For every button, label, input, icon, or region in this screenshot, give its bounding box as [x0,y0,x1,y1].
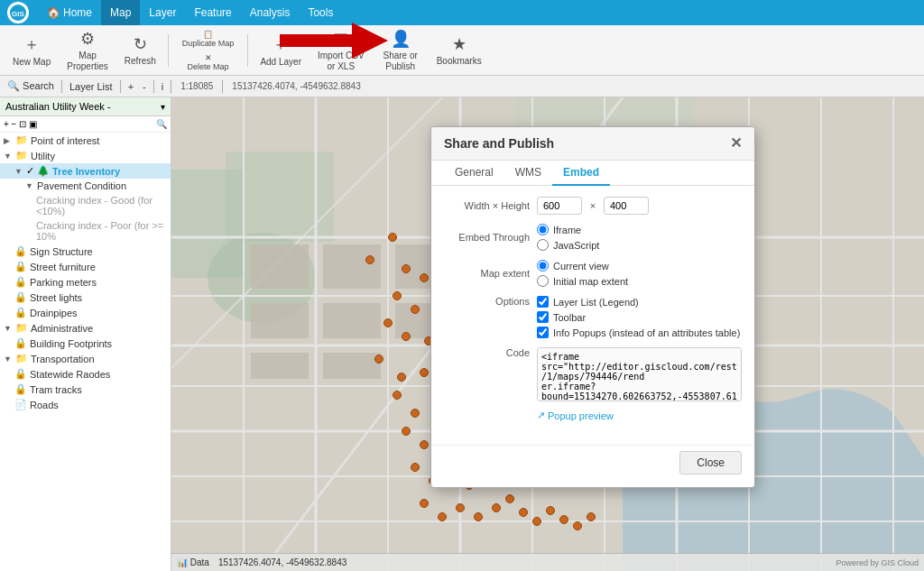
sidebar-item-cracking-good[interactable]: Cracking index - Good (for <10%) [0,193,171,218]
sidebar-item-sign-structure[interactable]: 🔒 Sign Structure [0,244,171,259]
nav-feature[interactable]: Feature [185,0,240,25]
share-publish-icon: 👤 [391,29,411,49]
extent-initial-option[interactable]: Initial map extent [537,275,628,287]
nav-tools[interactable]: Tools [299,0,342,25]
nav-layer[interactable]: Layer [140,0,185,25]
delete-map-button[interactable]: ✕ Delete Map [177,51,240,73]
popup-preview-link[interactable]: ↗ Popup preview [537,410,742,421]
sidebar-item-tram-tracks[interactable]: 🔒 Tram tracks [0,382,171,397]
close-button[interactable]: Close [679,451,742,474]
sidebar-item-street-furniture[interactable]: 🔒 Street furniture [0,259,171,274]
map-area[interactable]: 📊 Data 15137426.4074, -4549632.8843 Powe… [171,97,924,571]
embed-iframe-option[interactable]: Iframe [537,224,599,235]
bookmarks-button[interactable]: ★ Bookmarks [430,29,489,72]
option-layer-list[interactable]: Layer List (Legend) [537,296,740,308]
map-extent-options: Current view Initial map extent [537,260,628,287]
maptool-sep-3 [153,80,154,93]
svg-text:GIS: GIS [12,10,24,18]
zoom-in-button[interactable]: + [125,79,137,94]
refresh-button[interactable]: ↻ Refresh [117,29,163,72]
maptool-sep-5 [222,80,223,93]
sidebar-item-administrative[interactable]: ▼ 📁 Administrative [0,320,171,336]
modal-footer: Close [431,445,754,478]
delete-map-icon: ✕ [205,53,212,62]
refresh-icon: ↻ [134,34,147,54]
bookmarks-icon: ★ [452,34,467,54]
tab-general[interactable]: General [444,161,504,186]
toolbar-separator-2 [247,34,248,67]
sidebar-item-cracking-poor[interactable]: Cracking index - Poor (for >= 10% [0,218,171,244]
width-input[interactable] [537,197,582,215]
topbar: GIS 🏠 Home Map Layer Feature Analysis To… [0,0,924,25]
option-info-popups[interactable]: Info Popups (instead of an attributes ta… [537,327,740,338]
options-row: Options Layer List (Legend) Toolbar Info… [444,296,742,338]
add-layer-button[interactable]: ＋ Add Layer [253,29,309,72]
sidebar-item-point-of-interest[interactable]: ▶ 📁 Point of interest [0,133,171,148]
toolbar-separator-1 [168,34,169,67]
tab-embed[interactable]: Embed [552,161,610,186]
embed-code-textarea[interactable] [537,347,742,401]
sidebar-item-statewide-roads[interactable]: 🔒 Statewide Raodes [0,366,171,382]
search-button[interactable]: 🔍 Search [4,78,58,94]
options-checkboxes: Layer List (Legend) Toolbar Info Popups … [537,296,740,338]
sidebar-item-drainpipes[interactable]: 🔒 Drainpipes [0,305,171,320]
nav-map[interactable]: Map [101,0,140,25]
sidebar-item-roads[interactable]: 📄 Roads [0,397,171,412]
main-area: Australian Utility Week - ▾ + − ⊡ ▣ 🔍 ▶ … [0,97,924,571]
modal-tabs: General WMS Embed [431,161,754,186]
maptool-sep-1 [61,80,62,93]
embed-javascript-option[interactable]: JavaScript [537,239,599,251]
duplicate-map-icon: 📋 [203,30,213,39]
map-properties-button[interactable]: ⚙ MapProperties [60,29,116,72]
toolbar: ＋ New Map ⚙ MapProperties ↻ Refresh 📋 Du… [0,25,924,76]
dimensions-row: Width × Height × [444,197,742,215]
duplicate-map-button[interactable]: 📋 Duplicate Map [177,28,240,50]
sidebar: Australian Utility Week - ▾ + − ⊡ ▣ 🔍 ▶ … [0,97,171,571]
coords-display: 15137426.4074, -4549632.8843 [226,81,365,91]
maptool-sep-4 [171,80,171,93]
sidebar-item-street-lights[interactable]: 🔒 Street lights [0,290,171,305]
map-extent-row: Map extent Current view Initial map exte… [444,260,742,287]
gis-cloud-logo: GIS [7,2,29,23]
sidebar-search-icon[interactable]: 🔍 [156,119,167,129]
modal-body: Width × Height × Embed Through Iframe [431,186,754,441]
sidebar-zoom-controls[interactable]: + − ⊡ ▣ [4,119,37,129]
height-input[interactable] [604,197,649,215]
sidebar-header: Australian Utility Week - ▾ [0,97,171,116]
nav-analysis[interactable]: Analysis [241,0,300,25]
sidebar-item-building-footprints[interactable]: 🔒 Building Footprints [0,336,171,351]
share-publish-modal: Share and Publish ✕ General WMS Embed Wi… [430,126,755,488]
sidebar-item-pavement-condition[interactable]: ▼ Pavement Condition [0,179,171,193]
nav-home[interactable]: 🏠 Home [38,0,101,25]
new-map-icon: ＋ [23,33,40,55]
embed-through-options: Iframe JavaScript [537,224,599,251]
add-layer-icon: ＋ [273,33,289,55]
layer-list-button[interactable]: Layer List [66,79,116,94]
sidebar-item-utility[interactable]: ▼ 📁 Utility [0,148,171,163]
import-csv-button[interactable]: ▦ Import CSVor XLS [310,29,372,72]
maptool-sep-2 [120,80,121,93]
import-csv-icon: ▦ [333,29,348,49]
zoom-out-button[interactable]: - [139,79,150,94]
modal-overlay: Share and Publish ✕ General WMS Embed Wi… [171,97,924,571]
embed-through-row: Embed Through Iframe JavaScript [444,224,742,251]
tab-wms[interactable]: WMS [504,161,552,186]
sidebar-item-transportation[interactable]: ▼ 📁 Transportation [0,351,171,366]
option-toolbar[interactable]: Toolbar [537,311,740,323]
maptools-row: 🔍 Search Layer List + - i 1:18085 151374… [0,76,924,97]
extent-current-option[interactable]: Current view [537,260,628,272]
new-map-button[interactable]: ＋ New Map [5,29,58,72]
home-icon: 🏠 [47,6,60,19]
sidebar-item-tree-inventory[interactable]: ▼ ✓ 🌲 Tree Inventory [0,163,171,179]
scale-display: 1:18085 [175,81,218,91]
info-button[interactable]: i [158,79,167,94]
popup-preview-icon: ↗ [537,410,545,421]
modal-close-button[interactable]: ✕ [730,136,742,151]
modal-title: Share and Publish ✕ [431,127,754,161]
sidebar-item-parking-meters[interactable]: 🔒 Parking meters [0,274,171,290]
share-publish-button[interactable]: 👤 Share orPublish [374,29,428,72]
code-row: Code ↗ Popup preview [444,347,742,421]
map-properties-icon: ⚙ [80,29,95,49]
